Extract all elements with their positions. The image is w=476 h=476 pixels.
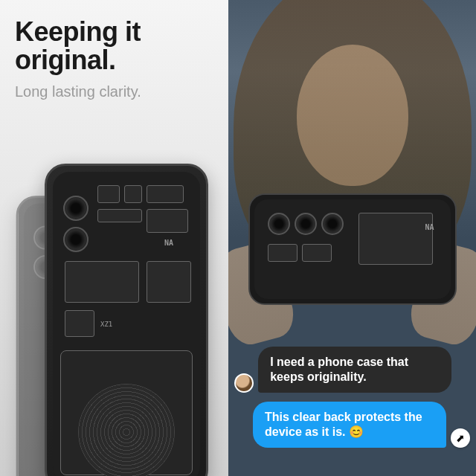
camera-lens-icon <box>268 213 290 235</box>
headline: Keeping it original. <box>15 18 213 74</box>
camera-lens-icon <box>63 227 89 252</box>
circuit-component <box>302 244 332 262</box>
chat-message-outgoing: This clear back protects the device as i… <box>234 402 470 448</box>
product-render-area: NA XZ1 MAIN <box>0 164 228 476</box>
circuit-component <box>147 209 188 233</box>
subheadline: Long lasting clarity. <box>15 83 213 100</box>
chat-overlay: I need a phone case that keeps originali… <box>234 347 470 457</box>
circuit-component <box>147 261 191 303</box>
lifestyle-panel-right: NA I need a phone case that keeps origin… <box>228 0 476 476</box>
phone-case-layer-front: NA XZ1 MAIN <box>45 164 208 476</box>
marketing-panel-left: Keeping it original. Long lasting clarit… <box>0 0 228 476</box>
person-face <box>297 45 408 186</box>
chat-bubble-outgoing: This clear back protects the device as i… <box>253 402 446 448</box>
held-phone-internals: NA <box>254 199 451 299</box>
camera-lens-icon <box>321 213 344 235</box>
circuit-label-na: NA <box>425 223 434 231</box>
circuit-label-xz1: XZ1 <box>100 321 112 328</box>
circuit-component <box>97 209 142 222</box>
circuit-component <box>268 244 298 262</box>
wireless-charging-coil-icon <box>78 384 175 476</box>
circuit-component <box>358 213 433 265</box>
phone-internals: NA XZ1 MAIN <box>53 172 200 476</box>
share-icon: ⬈ <box>451 428 470 448</box>
chat-message-incoming: I need a phone case that keeps originali… <box>234 347 470 393</box>
circuit-component <box>124 185 142 203</box>
circuit-component <box>97 185 120 203</box>
chat-bubble-incoming: I need a phone case that keeps originali… <box>258 347 451 393</box>
camera-lens-icon <box>295 213 317 235</box>
camera-lens-icon <box>63 196 89 221</box>
wireless-coil-area: MAIN <box>60 350 193 475</box>
circuit-component <box>65 261 139 303</box>
chat-avatar-icon <box>234 373 254 393</box>
held-phone: NA <box>248 193 457 305</box>
circuit-component <box>65 310 94 337</box>
circuit-component <box>147 185 184 203</box>
circuit-label-na: NA <box>164 239 173 247</box>
